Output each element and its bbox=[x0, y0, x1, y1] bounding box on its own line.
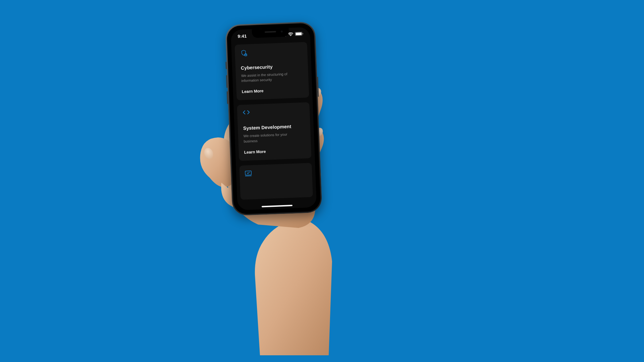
card-system-development[interactable]: System Development We create solutions f… bbox=[237, 102, 311, 161]
card-desc: We create solutions for your business bbox=[244, 132, 298, 144]
monitor-check-icon bbox=[245, 168, 307, 177]
phone-frame: 9:41 bbox=[225, 21, 322, 216]
volume-up-button bbox=[226, 75, 227, 88]
card-partial[interactable] bbox=[239, 163, 313, 200]
svg-point-9 bbox=[290, 35, 291, 36]
volume-down-button bbox=[227, 91, 228, 104]
svg-rect-11 bbox=[296, 33, 302, 36]
battery-icon bbox=[295, 32, 303, 36]
svg-rect-12 bbox=[303, 33, 303, 34]
status-time: 9:41 bbox=[237, 33, 247, 39]
code-icon bbox=[243, 108, 305, 117]
wifi-icon bbox=[288, 32, 293, 36]
card-title: System Development bbox=[243, 123, 305, 131]
notch bbox=[252, 28, 289, 38]
card-cybersecurity[interactable]: Cybersecurity We assist in the structuri… bbox=[234, 42, 309, 101]
learn-more-link[interactable]: Learn More bbox=[244, 147, 306, 155]
phone-screen: 9:41 bbox=[231, 27, 317, 210]
phone-mockup: 9:41 bbox=[225, 21, 322, 216]
power-button bbox=[317, 77, 319, 97]
card-title: Cybersecurity bbox=[241, 63, 303, 71]
silence-switch bbox=[225, 62, 227, 69]
svg-point-4 bbox=[203, 147, 214, 160]
shield-lock-icon bbox=[240, 48, 302, 57]
card-desc: We assist in the structuring of informat… bbox=[241, 71, 295, 83]
services-list[interactable]: Cybersecurity We assist in the structuri… bbox=[231, 42, 317, 210]
learn-more-link[interactable]: Learn More bbox=[242, 87, 304, 94]
